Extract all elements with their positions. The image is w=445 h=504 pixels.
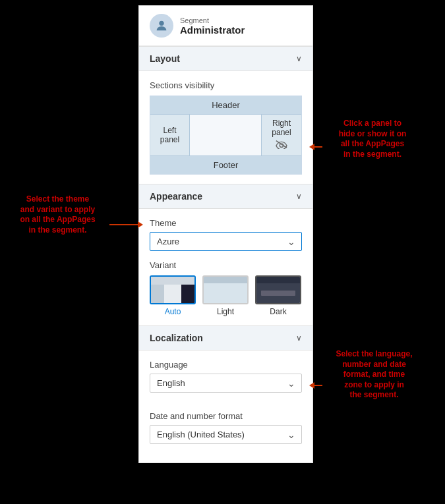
variant-auto-label: Auto: [165, 307, 181, 316]
annotation-left-1: Select the themeand variant to applyon a…: [7, 194, 109, 235]
theme-select-wrapper: Azure: [150, 232, 302, 251]
variant-options: Auto Light Dark: [150, 275, 302, 316]
sections-visibility-label: Sections visibility: [150, 80, 302, 90]
date-format-label: Date and number format: [150, 411, 302, 421]
user-info: Segment Administrator: [180, 16, 245, 36]
layout-middle: Left panel Right panel: [150, 115, 301, 155]
date-format-select-wrapper: English (United States): [150, 425, 302, 444]
variant-dark[interactable]: Dark: [255, 275, 301, 316]
appearance-chevron-icon: ∨: [296, 192, 302, 201]
layout-section-header[interactable]: Layout ∨: [139, 46, 312, 71]
theme-select[interactable]: Azure: [150, 232, 302, 251]
svg-point-0: [159, 21, 163, 26]
variant-label: Variant: [150, 260, 302, 270]
variant-dark-label: Dark: [270, 307, 286, 316]
layout-section-content: Sections visibility Header Left panel Ri…: [139, 71, 312, 184]
layout-header[interactable]: Header: [150, 96, 301, 115]
localization-label: Localization: [150, 333, 203, 343]
arrow-left-1: [109, 224, 138, 225]
layout-grid: Header Left panel Right panel: [150, 96, 302, 175]
arrow-right-1: [314, 146, 322, 148]
segment-label: Segment: [180, 16, 245, 24]
language-label: Language: [150, 360, 302, 370]
variant-auto[interactable]: Auto: [150, 275, 196, 316]
settings-panel: Segment Administrator Layout ∨ Sections …: [138, 5, 313, 463]
annotation-right-1: Click a panel tohide or show it onall th…: [323, 119, 422, 159]
layout-label: Layout: [150, 53, 180, 64]
date-format-select[interactable]: English (United States): [150, 425, 302, 444]
variant-light-label: Light: [217, 307, 234, 316]
localization-chevron-icon: ∨: [296, 333, 302, 343]
appearance-section-header[interactable]: Appearance ∨: [139, 184, 312, 209]
eye-slash-icon: [276, 140, 287, 152]
theme-label: Theme: [150, 218, 302, 228]
language-select-wrapper: English: [150, 374, 302, 393]
avatar: [150, 14, 173, 38]
layout-chevron-icon: ∨: [296, 54, 302, 63]
layout-footer[interactable]: Footer: [150, 155, 301, 174]
variant-light[interactable]: Light: [202, 275, 249, 316]
localization-section-content: Language English Date and number format …: [139, 350, 312, 462]
appearance-section-content: Theme Azure Variant Auto: [139, 209, 312, 325]
appearance-label: Appearance: [150, 191, 202, 202]
variant-auto-thumb: [150, 275, 196, 304]
language-select[interactable]: English: [150, 374, 302, 393]
layout-right-panel[interactable]: Right panel: [262, 115, 301, 155]
variant-dark-thumb: [255, 275, 301, 304]
user-header: Segment Administrator: [139, 6, 312, 46]
user-name: Administrator: [180, 24, 245, 36]
layout-left-panel[interactable]: Left panel: [150, 115, 190, 155]
arrow-right-2: [314, 385, 322, 386]
right-panel-top: Right panel: [264, 119, 299, 137]
annotation-right-2: Select the language,number and dateforma…: [323, 349, 425, 401]
localization-section-header[interactable]: Localization ∨: [139, 325, 312, 350]
variant-light-thumb: [202, 275, 249, 304]
layout-center: [190, 115, 262, 155]
